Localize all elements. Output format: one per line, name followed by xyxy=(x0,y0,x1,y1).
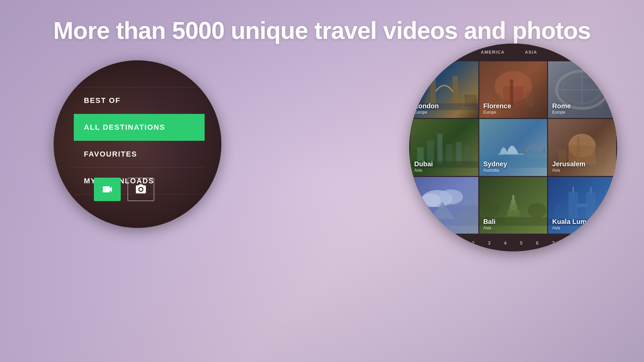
video-icon xyxy=(101,183,113,195)
tab-australia[interactable]: AUSTRALIA xyxy=(557,48,587,56)
dubai-label: Dubai Asia xyxy=(414,160,433,173)
svg-rect-37 xyxy=(509,204,517,210)
page-title: More than 5000 unique travel videos and … xyxy=(0,17,644,44)
svg-rect-46 xyxy=(573,187,574,193)
tab-america[interactable]: AMERICA xyxy=(481,48,505,56)
tab-asia[interactable]: ASIA xyxy=(525,48,537,56)
camera-icon xyxy=(135,183,147,195)
sydney-label: Sydney Australia xyxy=(483,160,507,173)
svg-rect-38 xyxy=(511,200,516,205)
svg-rect-28 xyxy=(597,147,606,165)
tabs-bar: EUROPE AMERICA ASIA AUSTRALIA xyxy=(409,44,617,60)
svg-rect-21 xyxy=(523,147,525,154)
cairo-label: Cairo Africa xyxy=(414,218,431,230)
menu-all-destinations[interactable]: ALL DESTINATIONS xyxy=(74,114,205,141)
destination-florence[interactable]: Florence Europe xyxy=(479,61,547,118)
page-7[interactable]: 7 xyxy=(552,240,555,246)
svg-rect-15 xyxy=(437,134,442,164)
destination-rome[interactable]: Rome Europe xyxy=(548,61,616,118)
right-panel: EUROPE AMERICA ASIA AUSTRALIA Lo xyxy=(409,44,617,251)
destination-sydney[interactable]: Sydney Australia xyxy=(479,119,547,176)
pagination-bar: 2 3 4 5 6 7 xyxy=(409,235,617,251)
destination-jerusalem[interactable]: Jerusalem Asia xyxy=(548,119,616,176)
menu-favourites[interactable]: FAVOURITES xyxy=(74,141,205,168)
svg-rect-9 xyxy=(525,92,533,107)
page-3[interactable]: 3 xyxy=(488,240,490,246)
media-type-buttons xyxy=(94,178,154,201)
svg-rect-22 xyxy=(543,147,545,154)
destination-london[interactable]: London Europe xyxy=(410,61,478,118)
left-panel: BEST OF ALL DESTINATIONS FAVOURITES MY D… xyxy=(54,60,221,228)
london-label: London Europe xyxy=(414,102,439,115)
page-6[interactable]: 6 xyxy=(536,240,539,246)
destination-dubai[interactable]: Dubai Asia xyxy=(410,119,478,176)
photo-button[interactable] xyxy=(127,178,154,201)
destination-bali[interactable]: Bali Asia xyxy=(479,177,547,234)
kualalumpur-label: Kuala Lum... Asia xyxy=(552,218,592,230)
florence-label: Florence Europe xyxy=(483,102,511,115)
menu-best-of[interactable]: BEST OF xyxy=(74,87,205,114)
destination-kualalumpur[interactable]: Kuala Lum... Asia xyxy=(548,177,616,234)
svg-point-32 xyxy=(439,189,463,204)
page-2[interactable]: 2 xyxy=(472,240,475,246)
svg-rect-47 xyxy=(590,187,592,193)
page-4[interactable]: 4 xyxy=(504,240,506,246)
tab-europe[interactable]: EUROPE xyxy=(439,48,461,56)
rome-label: Rome Europe xyxy=(552,102,571,115)
svg-rect-36 xyxy=(507,209,519,216)
video-button[interactable] xyxy=(94,178,121,201)
jerusalem-label: Jerusalem Asia xyxy=(552,160,585,173)
page-5[interactable]: 5 xyxy=(520,240,523,246)
svg-point-41 xyxy=(528,203,547,218)
bali-label: Bali Asia xyxy=(483,218,496,230)
destination-cairo[interactable]: Cairo Africa xyxy=(410,177,478,234)
destinations-grid: London Europe Florence Europe xyxy=(409,60,617,235)
svg-point-40 xyxy=(479,200,500,217)
svg-rect-45 xyxy=(577,203,587,207)
svg-rect-39 xyxy=(512,195,514,200)
svg-point-31 xyxy=(420,193,441,207)
